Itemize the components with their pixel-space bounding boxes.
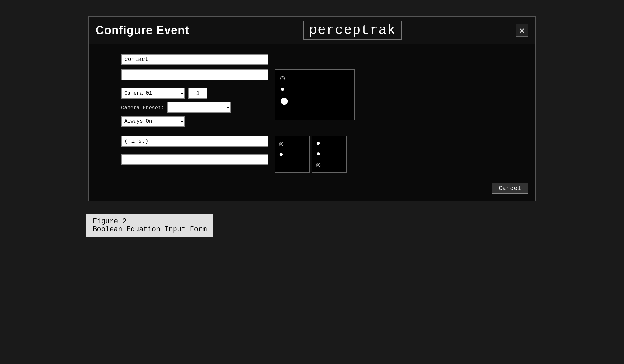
bottom-icon-panel-left: ◎ ●: [275, 136, 310, 173]
contact-row: [121, 54, 522, 65]
dialog-footer: Cancel: [89, 179, 535, 201]
figure-text: Boolean Equation Input Form: [93, 225, 207, 233]
number-input[interactable]: [188, 88, 207, 99]
camera-select[interactable]: Camera 01 Camera 02 Camera 03: [121, 88, 185, 99]
first-input-row: [121, 136, 268, 147]
bottom-icon-panel-right: ● ● ◎: [312, 136, 347, 173]
icon-dot-filled-bot: ⬤: [280, 97, 288, 105]
first-input[interactable]: [121, 136, 268, 147]
icon-dot-filled-mid: ●: [280, 86, 285, 94]
second-input[interactable]: [121, 69, 268, 80]
figure-caption: Figure 2 Boolean Equation Input Form: [86, 214, 213, 237]
cancel-button[interactable]: Cancel: [492, 183, 528, 194]
last-input[interactable]: [121, 154, 268, 165]
camera-preset-label: Camera Preset:: [121, 105, 164, 111]
preset-select[interactable]: Preset 1 Preset 2: [167, 102, 231, 113]
contact-input[interactable]: [121, 54, 268, 65]
always-on-select[interactable]: Always On Always Off Scheduled: [121, 116, 185, 127]
bottom-icon-filled: ●: [279, 151, 283, 159]
always-on-row: Always On Always Off Scheduled: [121, 116, 268, 127]
bottom-section: ◎ ● ● ● ◎: [121, 136, 522, 173]
close-button[interactable]: ✕: [516, 24, 528, 37]
middle-section: Camera 01 Camera 02 Camera 03 Camera Pre…: [121, 69, 522, 131]
bottom-inputs: [121, 136, 268, 170]
configure-event-dialog: Configure Event perceptrak ✕ Camera 01 C…: [88, 16, 536, 201]
preset-row: Camera Preset: Preset 1 Preset 2: [121, 102, 268, 113]
top-icon-panel: ◎ ● ⬤: [275, 69, 355, 120]
dialog-header: Configure Event perceptrak ✕: [89, 17, 535, 44]
second-input-row: [121, 69, 268, 80]
dialog-title: Configure Event: [96, 24, 189, 37]
bottom-icon-filled-3: ●: [316, 150, 320, 158]
figure-number: Figure 2: [93, 217, 207, 225]
camera-select-row: Camera 01 Camera 02 Camera 03: [121, 88, 268, 99]
dialog-body: Camera 01 Camera 02 Camera 03 Camera Pre…: [89, 44, 535, 179]
last-input-row: [121, 154, 268, 165]
form-left: Camera 01 Camera 02 Camera 03 Camera Pre…: [121, 69, 268, 131]
brand-logo: perceptrak: [303, 21, 402, 40]
bottom-panels: ◎ ● ● ● ◎: [275, 136, 347, 173]
icon-dot-empty-top: ◎: [280, 74, 285, 82]
bottom-icon-empty-2: ◎: [316, 161, 320, 169]
bottom-icon-filled-2: ●: [316, 140, 320, 148]
bottom-icon-empty: ◎: [279, 140, 283, 148]
